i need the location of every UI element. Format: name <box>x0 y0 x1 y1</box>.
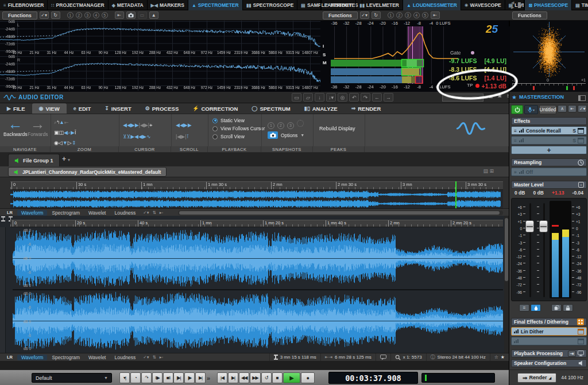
check-icon[interactable]: ✓▾ <box>143 210 149 215</box>
sync-icon[interactable]: ⇅ <box>152 355 156 360</box>
file-group-tab[interactable]: File Group 1 <box>8 154 60 166</box>
selection-length-field[interactable]: ⇤⇥6 mn 28 s 125 ms <box>320 353 376 361</box>
copy-settings-button[interactable] <box>551 304 562 312</box>
forward-button[interactable]: ▶▶ <box>250 372 260 383</box>
solo-icon[interactable]: S <box>572 128 576 134</box>
fader-l-track[interactable] <box>529 203 531 297</box>
meter-mode-button[interactable] <box>531 304 541 312</box>
new-file-icon[interactable]: ▭ <box>292 93 301 102</box>
snapshot-options[interactable]: Options ▼ <box>268 131 304 139</box>
collapse-all-icon[interactable]: ∧ <box>558 105 567 112</box>
toolbar-dropdown[interactable]: ▾ <box>442 94 483 102</box>
forwards-button[interactable]: → Forwards <box>28 116 48 137</box>
tab-scroll-arrows[interactable]: ◀ ▶ <box>510 0 515 10</box>
view-tab-wavelet[interactable]: Wavelet <box>84 210 110 216</box>
ribbon-tab-file[interactable]: ▶FILE <box>0 103 32 114</box>
tab-levelmeter[interactable]: ▮▮LEVELMETER <box>356 0 403 10</box>
reset-icon[interactable]: ⇤ <box>115 11 124 19</box>
phasescope-functions-button[interactable]: Functions <box>512 11 547 20</box>
ribbon-tab-insert[interactable]: ↧INSERT <box>98 103 138 114</box>
play-from-start-button[interactable]: |▶ <box>184 372 195 383</box>
snapshot-button[interactable] <box>297 120 304 127</box>
fader-r-handle[interactable] <box>539 220 548 232</box>
play-button[interactable]: ▶ <box>283 372 300 383</box>
preset-3-button[interactable]: 3 <box>405 12 411 18</box>
play-to-end-button[interactable]: ▶| <box>195 372 206 383</box>
view-tab-wavelet[interactable]: Wavelet <box>84 355 110 360</box>
layout-icon[interactable]: ▣ <box>498 93 502 98</box>
add-file-group-button[interactable]: + ▾ <box>62 155 70 163</box>
cursor-tools[interactable]: ◀◀▶▶|◀▶|⌖ ⊻⊻▶◀◀▶∿ <box>123 119 169 142</box>
tab-metadata[interactable]: ◈METADATA <box>109 0 148 10</box>
tab-loudnessmeter[interactable]: ▲LOUDNESSMETER <box>403 0 461 10</box>
stop-button[interactable]: ■ <box>272 372 283 383</box>
play-selection-button[interactable]: |▶| <box>173 372 184 383</box>
view-tab-loudness[interactable]: Loudness <box>110 210 140 216</box>
tab-filebrowser[interactable]: ≡FILEBROWSER <box>0 0 48 10</box>
zoom-factor-field[interactable]: x 1: 5573 <box>390 353 426 361</box>
master-preset-name[interactable]: Untitled <box>539 105 557 114</box>
functions-check-icon[interactable]: ✓▾ <box>578 105 587 112</box>
file-tab[interactable]: JPLantieri_Chardonnay_RadarQuickMix_eMas… <box>8 167 167 177</box>
bypass-icon[interactable] <box>578 128 584 134</box>
delete-snapshot-icon[interactable]: ▭ <box>138 11 147 19</box>
master-level-header[interactable]: Master Level- <box>511 181 587 189</box>
add-effect-button[interactable]: + <box>511 146 587 154</box>
tab-list-icon[interactable]: ▤ ⊞ <box>483 168 494 174</box>
preset-2-button[interactable]: 2 <box>396 12 403 18</box>
radio-scroll-view[interactable]: Scroll View <box>212 134 265 139</box>
cursor-time-field[interactable]: 3 mn 15 s 118 ms <box>269 353 320 361</box>
save-as-icon[interactable]: ↓▾ <box>326 93 336 102</box>
unlink-faders-button[interactable]: ≡ <box>519 304 529 312</box>
ribbon-tab-view[interactable]: ◉VIEW <box>32 103 67 114</box>
preset-2-button[interactable]: 2 <box>76 12 82 18</box>
view-tab-loudness[interactable]: Loudness <box>110 355 140 360</box>
check-options-icon[interactable]: ✓▾ <box>40 11 49 19</box>
tab-spectroscope[interactable]: ▮▮SPECTROSCOPE <box>243 0 298 10</box>
transport-preset-select[interactable]: Default▼ <box>32 373 112 383</box>
loop-button[interactable]: ↺ <box>261 372 272 383</box>
preset-1-button[interactable]: 1 <box>67 12 74 18</box>
scroll-tools[interactable]: ◀◀▶▶ |◀▶|⊺ <box>176 119 206 142</box>
effect-slot-1[interactable]: ≡ Console Recall S <box>511 126 587 135</box>
fader-l-handle[interactable] <box>525 220 534 232</box>
redo-icon[interactable]: ↷ <box>361 93 370 102</box>
check-options-icon[interactable]: ✓▾ <box>360 11 369 19</box>
preset-4-button[interactable]: 4 <box>413 12 420 18</box>
fader-r-track[interactable] <box>543 203 545 297</box>
resampling-section-header[interactable]: Resampling <box>511 158 587 166</box>
sync-icon[interactable]: ⇅ <box>152 210 156 215</box>
timecode-button[interactable]: ◔ <box>130 372 141 383</box>
zoom-tools[interactable]: ⌕↰▲⇤ ▣◫◀⌕▶Ī ◉◁▼▷⇕ <box>54 116 117 147</box>
view-tab-waveform[interactable]: Waveform <box>17 355 47 360</box>
preset-5-button[interactable]: 5 <box>422 12 428 18</box>
play-scrub-icon[interactable]: ▸◦ <box>160 355 163 360</box>
panel-options-icon[interactable] <box>578 95 586 101</box>
preset-4-button[interactable]: 4 <box>93 12 99 18</box>
forward-icon[interactable]: → <box>384 93 393 102</box>
play-from-button[interactable]: ‖▶ <box>152 372 163 383</box>
audio-format-field[interactable]: ⓘStereo 24 bit 44 100 Hz <box>426 353 490 361</box>
view-tab-spectrogram[interactable]: Spectrogram <box>48 355 84 360</box>
record-button[interactable]: ● <box>301 372 315 383</box>
radio-view-follows-cursor[interactable]: View Follows Cursor <box>212 126 265 131</box>
view-tab-spectrogram[interactable]: Spectrogram <box>48 210 84 216</box>
overview-ruler[interactable]: 030 s1 mn1 mn 30 s2 mn2 mn 30 s3 mn3 mn … <box>10 181 503 190</box>
reset-icon[interactable]: ⇤ <box>431 11 440 19</box>
playback-processing-header[interactable]: Playback Processing⇥ <box>511 349 587 357</box>
annotation-bubble-button[interactable] <box>376 353 390 361</box>
ribbon-tab-spectrum[interactable]: ◯SPECTRUM <box>245 103 297 114</box>
backwards-button[interactable]: ← Backwards <box>3 116 28 137</box>
go-end-button[interactable]: ▶| <box>228 372 238 383</box>
master-section-header[interactable]: ★ MASTERSECTION <box>509 92 588 103</box>
snapshot-button[interactable]: 3 <box>287 122 294 129</box>
ribbon-tab-render[interactable]: ⇒RENDER <box>345 103 388 114</box>
loudness-functions-button[interactable]: Functions <box>323 11 358 20</box>
overview-scrollbar[interactable] <box>178 211 503 215</box>
master-power-button[interactable] <box>511 105 523 114</box>
tab-phasescope[interactable]: ⊠PHASESCOPE <box>525 0 572 10</box>
effects-section-header[interactable]: Effects <box>511 117 587 125</box>
collapse-icon[interactable]: - <box>578 182 584 188</box>
tab-history[interactable]: ↶HISTORY <box>322 0 356 10</box>
vertical-scrollbar[interactable] <box>504 216 509 353</box>
